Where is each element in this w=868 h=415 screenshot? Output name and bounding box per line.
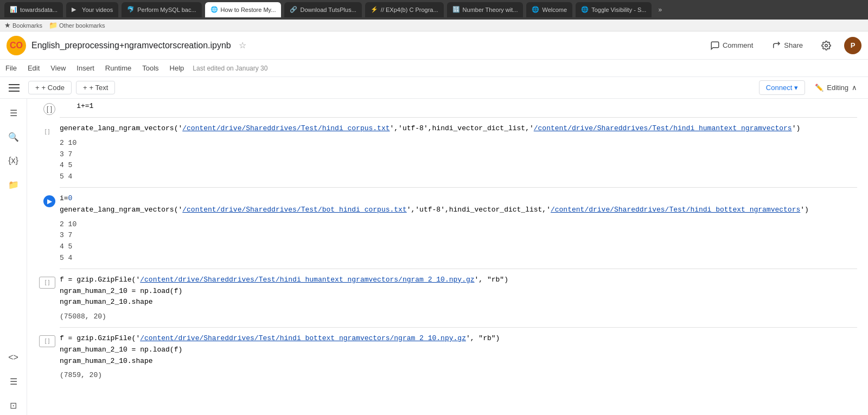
toolbar: + + Code + + Text Connect ▾ ✏️ Editing ∧ — [0, 77, 868, 99]
cell-3-run-button[interactable]: ▶ — [43, 195, 55, 207]
menu-view[interactable]: View — [45, 62, 71, 74]
editing-chevron-icon[interactable]: ∧ — [852, 84, 857, 92]
notebook-content: [ ] i+=1 [ ] generate_lang_ngram_vectors… — [27, 99, 868, 415]
add-text-icon: + — [83, 84, 87, 92]
tab-9-favicon: 🌐 — [581, 6, 589, 14]
tab-8[interactable]: 🌐 Welcome — [526, 2, 572, 17]
tab-1[interactable]: 📊 towardsdata... — [4, 2, 63, 17]
hamburger-line-3 — [9, 91, 20, 92]
cell-2-link-1[interactable]: /content/drive/Shareddrives/Test/hindi_c… — [182, 124, 390, 132]
tab-5-label: Download TutsPlus... — [300, 7, 356, 13]
comment-button[interactable]: Comment — [705, 37, 758, 54]
cell-5-gutter: [ ] — [33, 333, 60, 347]
tab-3[interactable]: 🐬 Perform MySQL bac... — [122, 2, 201, 17]
connect-label: Connect — [766, 84, 792, 92]
sidebar-list-icon[interactable]: ☰ — [4, 372, 23, 391]
cell-2-out-2: 3 7 — [60, 149, 857, 161]
cell-3-link-1[interactable]: /content/drive/Shareddrives/Test/bot_hin… — [182, 206, 406, 214]
connect-button[interactable]: Connect ▾ — [759, 80, 805, 95]
sidebar-search-icon[interactable]: 🔍 — [4, 127, 23, 146]
cell-2-run-button[interactable]: [ ] — [39, 125, 55, 137]
other-bookmarks[interactable]: 📁 Other bookmarks — [49, 21, 105, 29]
star-icon[interactable]: ☆ — [239, 40, 246, 50]
cell-3-content: i=0 generate_lang_ngram_vectors('/conten… — [60, 193, 857, 266]
tab-7[interactable]: 🔢 Number Theory wit... — [447, 2, 524, 17]
share-button[interactable]: Share — [766, 37, 808, 54]
cell-2-link-2[interactable]: /content/drive/Shareddrives/Test/hindi_h… — [534, 124, 792, 132]
menu-runtime[interactable]: Runtime — [100, 62, 137, 74]
tab-5[interactable]: 🔗 Download TutsPlus... — [284, 2, 361, 17]
cell-4-run-button[interactable]: [ ] — [39, 277, 55, 289]
tab-2[interactable]: ▶ Your videos — [66, 2, 118, 17]
tab-4-favicon: 🌐 — [210, 6, 218, 14]
bookmarks-folder[interactable]: ★ Bookmarks — [4, 21, 42, 29]
cell-3-gutter: ▶ — [33, 193, 60, 207]
connect-chevron-icon[interactable]: ▾ — [794, 84, 798, 92]
user-avatar[interactable]: P — [844, 37, 861, 54]
cell-2-out-4: 5 4 — [60, 171, 857, 183]
add-text-label: + Text — [89, 84, 108, 92]
sidebar-code-icon[interactable]: <> — [4, 348, 23, 367]
cell-5-run-button[interactable]: [ ] — [39, 335, 55, 347]
cell-3-out-1: 2 10 — [60, 219, 857, 231]
sidebar-variables-icon[interactable]: {x} — [4, 151, 23, 170]
tab-6[interactable]: ⚡ // EXp4(b) C Progra... — [365, 2, 444, 17]
cell-4-link-1[interactable]: /content/drive/Shareddrives/Test/hindi_h… — [140, 276, 474, 284]
colab-header: CO English_preprocessing+ngramvectorscre… — [0, 31, 868, 60]
tab-6-favicon: ⚡ — [371, 6, 378, 14]
cell-1-gutter: [ ] — [33, 101, 60, 115]
cell-2-out-3: 4 5 — [60, 160, 857, 171]
cell-2-gutter: [ ] — [33, 123, 60, 137]
comment-label: Comment — [723, 41, 753, 49]
notebook-title[interactable]: English_preprocessing+ngramvectorscreati… — [31, 41, 231, 50]
cell-4-wrapper: [ ] f = gzip.GzipFile('/content/drive/Sh… — [27, 269, 868, 327]
tab-2-favicon: ▶ — [72, 6, 79, 14]
tab-4-active[interactable]: 🌐 How to Restore My... — [205, 2, 282, 17]
tab-3-favicon: 🐬 — [127, 6, 135, 14]
menu-help[interactable]: Help — [164, 62, 190, 74]
menu-bar: File Edit View Insert Runtime Tools Help… — [0, 60, 868, 77]
cell-5-link-1[interactable]: /content/drive/Shareddrives/Test/hindi_b… — [140, 334, 466, 342]
menu-tools[interactable]: Tools — [137, 62, 164, 74]
settings-icon — [821, 41, 831, 50]
more-tabs-button[interactable]: » — [655, 4, 665, 16]
cell-1-content: i+=1 — [60, 101, 857, 112]
menu-file[interactable]: File — [0, 62, 22, 74]
last-edited: Last edited on January 30 — [193, 65, 267, 72]
sidebar-terminal-icon[interactable]: ⊡ — [4, 395, 23, 415]
cell-4-code-line-3: ngram_human_2_10.shape — [60, 297, 857, 308]
cell-4-code-line-2: ngram_human_2_10 = np.load(f) — [60, 286, 857, 297]
cell-3-out-3: 4 5 — [60, 241, 857, 253]
add-code-icon: + — [35, 84, 40, 92]
sidebar-files-icon[interactable]: 📁 — [4, 175, 23, 194]
add-code-button[interactable]: + + Code — [28, 81, 72, 94]
cell-3-wrapper: ▶ i=0 generate_lang_ngram_vectors('/cont… — [27, 188, 868, 269]
tab-8-label: Welcome — [542, 7, 567, 13]
cell-5-out-1: (7859, 20) — [60, 370, 857, 381]
cell-2-output: 2 10 3 7 4 5 5 4 — [60, 135, 857, 185]
cell-3-out-4: 5 4 — [60, 253, 857, 264]
hamburger-line-2 — [9, 87, 20, 88]
cell-2-code-line-1: generate_lang_ngram_vectors('/content/dr… — [60, 123, 857, 135]
cell-3-output: 2 10 3 7 4 5 5 4 — [60, 216, 857, 266]
settings-button[interactable] — [816, 37, 837, 54]
tab-7-label: Number Theory wit... — [463, 7, 518, 13]
browser-tab-bar: 📊 towardsdata... ▶ Your videos 🐬 Perform… — [0, 0, 868, 20]
menu-edit[interactable]: Edit — [22, 62, 45, 74]
tab-9[interactable]: 🌐 Toggle Visibility - S... — [576, 2, 652, 17]
tab-5-favicon: 🔗 — [290, 6, 297, 14]
add-code-label: + Code — [42, 84, 65, 92]
add-text-button[interactable]: + + Text — [76, 81, 115, 94]
cell-3-link-2[interactable]: /content/drive/Shareddrives/Test/hindi_b… — [551, 206, 800, 214]
sidebar-menu-icon[interactable]: ☰ — [4, 103, 23, 123]
menu-insert[interactable]: Insert — [71, 62, 100, 74]
hamburger-menu-button[interactable] — [7, 79, 24, 97]
cell-4-content: f = gzip.GzipFile('/content/drive/Shared… — [60, 274, 857, 325]
cell-4-code-line-1: f = gzip.GzipFile('/content/drive/Shared… — [60, 274, 857, 286]
cell-1-run-button[interactable]: [ ] — [43, 103, 55, 115]
tab-8-favicon: 🌐 — [532, 6, 539, 14]
cell-1-wrapper: [ ] i+=1 — [27, 99, 868, 117]
tab-6-label: // EXp4(b) C Progra... — [381, 7, 438, 13]
bookmark-star-icon: ★ — [4, 21, 11, 29]
editing-badge: ✏️ Editing ∧ — [810, 81, 861, 94]
